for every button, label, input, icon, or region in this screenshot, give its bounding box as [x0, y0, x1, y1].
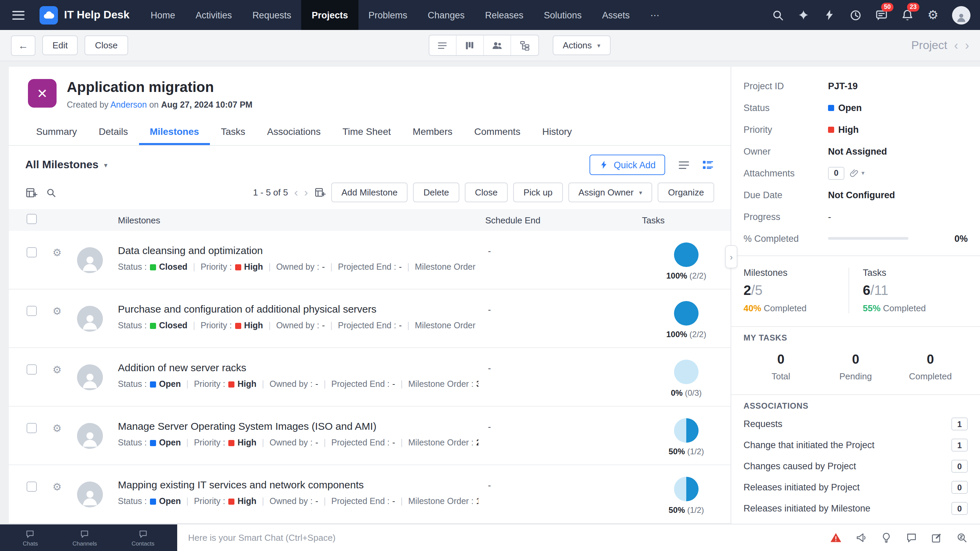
row-settings-gear-icon[interactable]: ⚙	[52, 465, 77, 523]
nav-item[interactable]: Projects	[302, 0, 358, 30]
tab[interactable]: Tasks	[210, 119, 256, 145]
members-view-icon[interactable]	[484, 35, 511, 55]
row-checkbox[interactable]	[27, 364, 37, 375]
back-button[interactable]: ←	[11, 35, 35, 56]
add-column-icon[interactable]	[25, 186, 38, 198]
list-search-icon[interactable]	[46, 187, 57, 198]
row-settings-gear-icon[interactable]: ⚙	[52, 407, 77, 465]
quick-add-button[interactable]: Quick Add	[590, 155, 665, 175]
milestone-action-button[interactable]: Assign Owner▾	[568, 183, 652, 202]
milestone-title[interactable]: Manage Server Operating System Images (I…	[118, 420, 479, 432]
column-settings-icon[interactable]	[314, 187, 326, 198]
prev-page-chevron[interactable]: ‹	[294, 187, 298, 198]
nav-item[interactable]: Requests	[242, 0, 302, 30]
milestone-action-button[interactable]: Close▾	[465, 183, 508, 202]
close-project-button[interactable]: Close	[85, 35, 128, 55]
compose-icon[interactable]	[931, 532, 942, 543]
row-checkbox[interactable]	[27, 247, 37, 257]
association-item[interactable]: Releases initiated by Project 0	[743, 477, 968, 498]
association-item[interactable]: Change that initiated the Project 1	[743, 435, 968, 456]
select-all-checkbox[interactable]	[27, 214, 37, 224]
panel-collapse-handle[interactable]: ›	[725, 245, 737, 268]
nav-item[interactable]: Changes	[417, 0, 475, 30]
milestone-order-value: 2	[476, 438, 479, 448]
association-item[interactable]: Releases initiated by Milestone 0	[743, 498, 968, 519]
next-record-chevron[interactable]: ›	[965, 39, 969, 51]
milestones-filter-dropdown[interactable]: All Milestones▾	[25, 159, 107, 171]
hamburger-menu-icon[interactable]	[12, 11, 24, 19]
milestone-action-button[interactable]: Add Milestone▾	[331, 183, 408, 202]
tab[interactable]: Comments	[463, 119, 531, 145]
milestone-action-button[interactable]: Organize▾	[658, 183, 714, 202]
milestone-title[interactable]: Data cleansing and optimization	[118, 245, 479, 256]
quick-actions-bolt-icon[interactable]	[822, 8, 836, 22]
milestone-title[interactable]: Addition of new server racks	[118, 362, 479, 373]
search-icon[interactable]	[771, 8, 784, 22]
projected-end-value: -	[399, 262, 402, 272]
alert-icon[interactable]	[830, 532, 842, 543]
zia-sparkle-icon[interactable]	[797, 8, 810, 22]
milestone-title[interactable]: Mapping existing IT services and network…	[118, 479, 479, 491]
milestones-summary[interactable]: Milestones 2/5 40% Completed	[743, 268, 848, 313]
nav-item[interactable]: Problems	[358, 0, 417, 30]
row-settings-gear-icon[interactable]: ⚙	[52, 348, 77, 406]
dock-item[interactable]: Contacts	[132, 529, 154, 546]
row-settings-gear-icon[interactable]: ⚙	[52, 231, 77, 289]
tasks-summary[interactable]: Tasks 6/11 55% Completed	[848, 268, 968, 313]
settings-gear-icon[interactable]: ⚙	[926, 8, 940, 22]
edit-button[interactable]: Edit	[42, 35, 78, 55]
paperclip-icon[interactable]	[849, 168, 859, 178]
smart-chat-input[interactable]	[188, 533, 818, 543]
actions-menu-button[interactable]: Actions▾	[553, 35, 611, 55]
nav-item[interactable]: ⋯	[640, 0, 670, 30]
nav-item[interactable]: Activities	[185, 0, 242, 30]
zoom-search-icon[interactable]	[956, 532, 968, 543]
feedback-icon[interactable]: 50	[874, 8, 888, 22]
detailed-list-icon[interactable]	[701, 158, 714, 171]
ideas-bulb-icon[interactable]	[880, 532, 892, 543]
row-checkbox[interactable]	[27, 481, 37, 492]
attachments-chevron-icon[interactable]: ▾	[861, 170, 864, 176]
column-header-milestones[interactable]: Milestones	[118, 215, 485, 225]
board-view-icon[interactable]	[457, 35, 484, 55]
tab[interactable]: Associations	[256, 119, 332, 145]
row-checkbox[interactable]	[27, 306, 37, 316]
tab[interactable]: Milestones	[139, 119, 210, 145]
milestone-action-button[interactable]: Delete▾	[413, 183, 459, 202]
app-logo[interactable]	[40, 6, 58, 24]
list-view-icon[interactable]	[430, 35, 457, 55]
hierarchy-view-icon[interactable]	[511, 35, 538, 55]
my-tasks-stats: 0 Total 0 Pending 0 Completed	[743, 352, 968, 388]
tab[interactable]: Members	[402, 119, 463, 145]
tab[interactable]: Details	[88, 119, 139, 145]
announcements-icon[interactable]	[855, 532, 867, 543]
milestone-action-button[interactable]: Pick up▾	[513, 183, 563, 202]
nav-item[interactable]: Home	[140, 0, 185, 30]
comments-icon[interactable]	[906, 532, 917, 543]
tab[interactable]: Time Sheet	[332, 119, 402, 145]
projected-end-value: -	[392, 380, 395, 389]
association-item[interactable]: Requests 1	[743, 413, 968, 435]
nav-item[interactable]: Releases	[475, 0, 534, 30]
column-header-schedule-end[interactable]: Schedule End	[485, 215, 642, 225]
association-item[interactable]: Changes caused by Project 0	[743, 456, 968, 477]
nav-item[interactable]: Solutions	[534, 0, 592, 30]
prev-record-chevron[interactable]: ‹	[954, 39, 958, 51]
tab[interactable]: Summary	[25, 119, 88, 145]
list-view-toggle	[678, 158, 714, 171]
notifications-bell-icon[interactable]: 23	[900, 8, 914, 22]
dock-item[interactable]: Channels	[73, 529, 97, 546]
row-checkbox[interactable]	[27, 423, 37, 433]
nav-item[interactable]: Assets	[592, 0, 640, 30]
row-settings-gear-icon[interactable]: ⚙	[52, 289, 77, 347]
created-by-link[interactable]: Anderson	[110, 100, 147, 110]
user-avatar[interactable]	[952, 6, 970, 24]
priority-square	[235, 322, 241, 329]
next-page-chevron[interactable]: ›	[304, 187, 308, 198]
dock-item[interactable]: Chats	[23, 529, 38, 546]
milestone-title[interactable]: Purchase and configuration of additional…	[118, 303, 479, 314]
compact-list-icon[interactable]	[678, 158, 690, 171]
tab[interactable]: History	[531, 119, 583, 145]
history-clock-icon[interactable]	[848, 8, 862, 22]
column-header-tasks[interactable]: Tasks	[642, 215, 730, 225]
